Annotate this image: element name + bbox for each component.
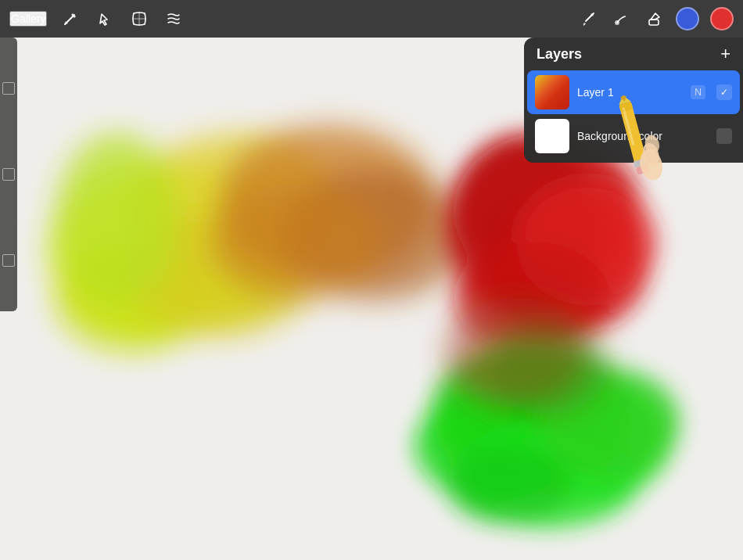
- layers-title: Layers: [537, 46, 582, 63]
- layer-item-bg[interactable]: Background color: [527, 114, 740, 158]
- layers-add-button[interactable]: +: [720, 45, 730, 63]
- svg-point-4: [55, 133, 180, 305]
- layers-header: Layers +: [524, 38, 743, 70]
- svg-point-25: [590, 13, 594, 16]
- selection-tool-button[interactable]: [94, 8, 116, 30]
- toolbar-right: [577, 7, 734, 31]
- toolbar: Gallery: [0, 0, 743, 38]
- left-panel-btn-2[interactable]: [2, 168, 15, 181]
- left-panel-btn-1[interactable]: [2, 82, 15, 95]
- left-panel-btn-3[interactable]: [2, 254, 15, 267]
- layer-1-badge: N: [691, 85, 705, 99]
- toolbar-left: Gallery: [9, 8, 185, 30]
- pen-tool-button[interactable]: [59, 8, 81, 30]
- layer-item-1[interactable]: Layer 1 N: [527, 70, 740, 114]
- layer-1-thumbnail: [535, 75, 569, 109]
- eraser-tool-button[interactable]: [643, 8, 665, 30]
- layer-bg-name: Background color: [577, 130, 709, 142]
- layer-1-name: Layer 1: [577, 86, 683, 99]
- warp-tool-button[interactable]: [163, 8, 185, 30]
- layer-1-thumbnail-inner: [535, 75, 569, 109]
- color-picker-button[interactable]: [676, 7, 699, 31]
- svg-point-7: [211, 184, 383, 301]
- brush-tool-button[interactable]: [577, 8, 599, 30]
- layers-panel: Layers + Layer 1 N Background color: [524, 38, 743, 163]
- svg-point-18: [446, 446, 571, 524]
- layer-bg-visibility-checkbox[interactable]: [716, 128, 732, 144]
- svg-point-20: [485, 321, 610, 415]
- transform-tool-button[interactable]: [128, 8, 150, 30]
- svg-rect-27: [649, 20, 659, 25]
- layer-bg-thumbnail: [535, 119, 569, 153]
- left-panel: [0, 38, 17, 311]
- svg-point-26: [615, 20, 619, 25]
- smudge-tool-button[interactable]: [610, 8, 632, 30]
- layer-1-visibility-checkbox[interactable]: [716, 84, 732, 100]
- gallery-button[interactable]: Gallery: [9, 11, 47, 27]
- close-button[interactable]: [710, 7, 734, 31]
